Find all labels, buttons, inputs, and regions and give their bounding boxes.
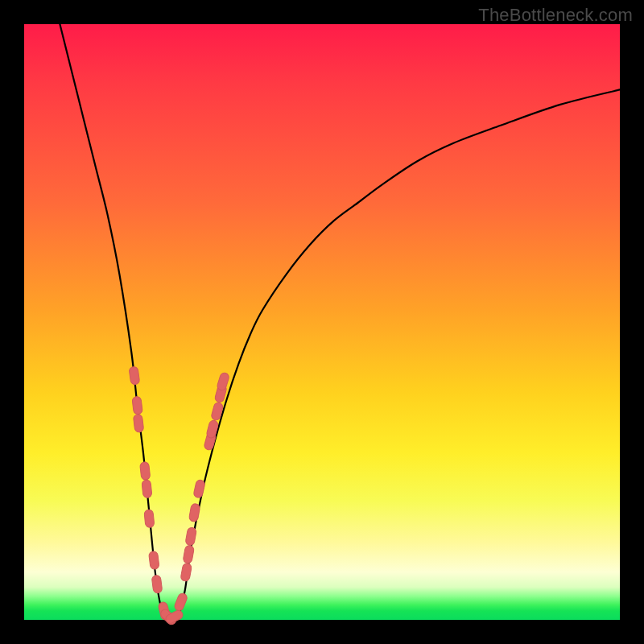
data-marker (142, 480, 152, 498)
data-marker (129, 366, 140, 385)
data-marker (149, 551, 160, 569)
chart-svg (24, 24, 620, 620)
data-marker (180, 563, 192, 582)
data-marker (151, 575, 163, 593)
chart-frame: TheBottleneck.com (0, 0, 644, 644)
data-marker (183, 545, 195, 564)
data-marker (140, 461, 151, 480)
bottleneck-curve (60, 24, 620, 621)
data-marker (188, 503, 200, 522)
marker-group (129, 366, 230, 626)
data-marker (185, 527, 197, 547)
data-marker (217, 372, 230, 391)
watermark-text: TheBottleneck.com (478, 5, 633, 26)
data-marker (193, 479, 206, 498)
data-marker (173, 592, 188, 613)
data-marker (132, 396, 142, 415)
data-marker (144, 510, 155, 528)
plot-area (24, 24, 620, 620)
data-marker (133, 414, 143, 432)
